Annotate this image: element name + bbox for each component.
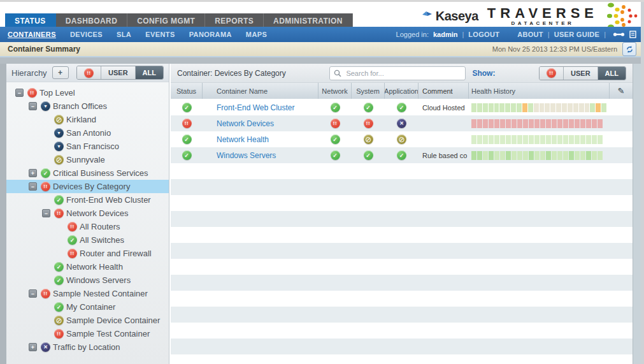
- tree-item-sunnyvale[interactable]: ⊘Sunnyvale: [6, 153, 169, 166]
- table-filter-critical-button[interactable]: !!: [540, 67, 564, 80]
- tree-item-network-devices[interactable]: −!!Network Devices: [6, 207, 169, 220]
- ok-status-icon: ✓: [54, 302, 64, 312]
- edit-cell: [610, 147, 633, 163]
- expand-toggle-icon[interactable]: +: [29, 343, 37, 351]
- health-history-cell: [469, 115, 610, 131]
- tree-item-front-end-web-cluster[interactable]: ✓Front-End Web Cluster: [6, 193, 169, 207]
- column-header-comment[interactable]: Comment: [419, 83, 469, 99]
- unknown-status-icon: ⊘: [54, 115, 64, 124]
- expand-toggle-icon[interactable]: +: [29, 169, 37, 177]
- tree-item-label: Critical Business Services: [53, 168, 148, 178]
- nav-item-sla[interactable]: SLA: [117, 31, 131, 38]
- health-segment: [550, 103, 555, 112]
- tree-item-branch-offices[interactable]: −▼Branch Offices: [6, 99, 169, 113]
- column-header-health-history[interactable]: Health History: [469, 83, 610, 99]
- comment-cell: Rule based co: [419, 147, 469, 163]
- table-row-windows-servers: ✓Windows Servers✓✓✓Rule based co: [171, 147, 633, 163]
- column-header-edit[interactable]: ✎: [610, 83, 633, 99]
- nav-item-events[interactable]: EVENTS: [145, 31, 175, 38]
- container-link[interactable]: Front-End Web Cluster: [217, 103, 295, 112]
- nav-item-devices[interactable]: DEVICES: [70, 31, 103, 38]
- health-segment: [471, 151, 476, 160]
- column-header-application[interactable]: Application: [385, 83, 419, 99]
- add-container-button[interactable]: +: [52, 66, 69, 79]
- health-segment: [500, 151, 505, 160]
- nav-item-maps[interactable]: MAPS: [246, 31, 267, 38]
- health-segment: [575, 151, 580, 160]
- collapse-toggle-icon[interactable]: −: [42, 209, 50, 217]
- container-link[interactable]: Network Devices: [217, 119, 274, 128]
- logout-link[interactable]: LOGOUT: [468, 31, 499, 38]
- column-header-container-name[interactable]: Container Name: [203, 83, 318, 99]
- left-gutter: [0, 64, 6, 364]
- document-icon[interactable]: [629, 31, 636, 38]
- health-segment: [489, 151, 494, 160]
- table-filter-all-button[interactable]: ALL: [598, 67, 626, 80]
- collapse-toggle-icon[interactable]: −: [29, 182, 37, 191]
- empty-table-row: [171, 227, 633, 243]
- container-link[interactable]: Network Health: [217, 135, 269, 144]
- tree-item-windows-servers[interactable]: ✓Windows Servers: [6, 273, 169, 287]
- tree-item-sample-test-container[interactable]: !!Sample Test Container: [6, 327, 169, 340]
- nav-item-containers[interactable]: CONTAINERS: [8, 31, 56, 38]
- hierarchy-filter-critical-button[interactable]: !!: [77, 66, 101, 79]
- health-segment: [512, 151, 517, 160]
- hierarchy-filter-user-button[interactable]: USER: [101, 66, 136, 79]
- health-segment: [477, 135, 482, 144]
- key-icon[interactable]: [613, 31, 626, 38]
- table-scrollbar[interactable]: [633, 64, 641, 364]
- table-row-network-devices: !!Network Devices!!!!✕: [171, 115, 633, 131]
- column-header-system[interactable]: System: [352, 83, 385, 99]
- unknown-status-icon: ⊘: [54, 155, 64, 164]
- tree-item-san-francisco[interactable]: ▼San Francisco: [6, 140, 169, 153]
- health-segment: [483, 135, 488, 144]
- tree-item-sample-nested-container[interactable]: −!!Sample Nested Container: [6, 287, 169, 300]
- column-header-network[interactable]: Network: [318, 83, 352, 99]
- timestamp: Mon Nov 25 2013 12:33 PM US/Eastern: [492, 45, 617, 53]
- collapse-toggle-icon[interactable]: −: [29, 289, 37, 298]
- network-status-cell: !!: [318, 115, 352, 131]
- tree-item-top-level[interactable]: −!!Top Level: [6, 86, 169, 99]
- page-title: Container Summary: [8, 45, 80, 54]
- container-name-cell: Front-End Web Cluster: [203, 99, 318, 115]
- traverse-app-window: STATUSDASHBOARDCONFIG MGMTREPORTSADMINIS…: [0, 0, 644, 364]
- status-cell: ✓: [171, 131, 203, 147]
- traverse-logo-text: TRAVERSE: [487, 6, 598, 20]
- column-header-status[interactable]: Status: [171, 83, 203, 99]
- tree-item-traffic-by-location[interactable]: +✕Traffic by Location: [6, 340, 169, 354]
- top-header-band: STATUSDASHBOARDCONFIG MGMTREPORTSADMINIS…: [0, 2, 644, 27]
- tree-item-label: San Antonio: [66, 128, 111, 138]
- container-link[interactable]: Windows Servers: [217, 151, 276, 160]
- health-segment: [580, 151, 585, 160]
- tree-item-all-routers[interactable]: !!All Routers: [6, 220, 169, 233]
- refresh-button[interactable]: [622, 42, 636, 56]
- tree-item-devices-by-category[interactable]: −!!Devices By Category: [6, 180, 169, 193]
- health-segment: [523, 135, 528, 144]
- nav-item-panorama[interactable]: PANORAMA: [189, 31, 232, 38]
- collapse-toggle-icon[interactable]: −: [15, 89, 24, 97]
- collapse-toggle-icon[interactable]: −: [29, 102, 37, 110]
- about-link[interactable]: ABOUT: [517, 31, 543, 38]
- search-input[interactable]: [345, 69, 461, 78]
- secondary-nav: CONTAINERSDEVICESSLAEVENTSPANORAMAMAPS: [8, 31, 267, 38]
- hierarchy-filter-all-button[interactable]: ALL: [136, 66, 163, 79]
- tree-item-critical-business-services[interactable]: +✓Critical Business Services: [6, 166, 169, 180]
- table-filter-user-button[interactable]: USER: [564, 67, 598, 80]
- system-status-cell: !!: [352, 115, 385, 131]
- health-segment: [483, 119, 488, 128]
- user-guide-link[interactable]: USER GUIDE: [554, 31, 599, 38]
- tree-item-network-health[interactable]: ✓Network Health: [6, 260, 169, 273]
- health-segment: [562, 103, 567, 112]
- tree-item-kirkland[interactable]: ⊘Kirkland: [6, 113, 169, 126]
- tree-item-sample-device-container[interactable]: ⊘Sample Device Container: [6, 314, 169, 327]
- hierarchy-panel: Hierarchy + !!USERALL −!!Top Level−▼Bran…: [6, 64, 169, 364]
- application-status-cell: ✓: [385, 99, 419, 115]
- tree-item-my-container[interactable]: ✓My Container: [6, 300, 169, 314]
- tree-item-label: Sample Test Container: [66, 329, 150, 339]
- edit-pencil-icon[interactable]: ✎: [618, 86, 625, 96]
- search-icon: [334, 69, 341, 77]
- empty-table-row: [171, 323, 633, 339]
- tree-item-router-and-firewall[interactable]: !!Router and Firewall: [6, 247, 169, 260]
- tree-item-san-antonio[interactable]: ▼San Antonio: [6, 126, 169, 140]
- tree-item-all-switches[interactable]: ✓All Switches: [6, 233, 169, 247]
